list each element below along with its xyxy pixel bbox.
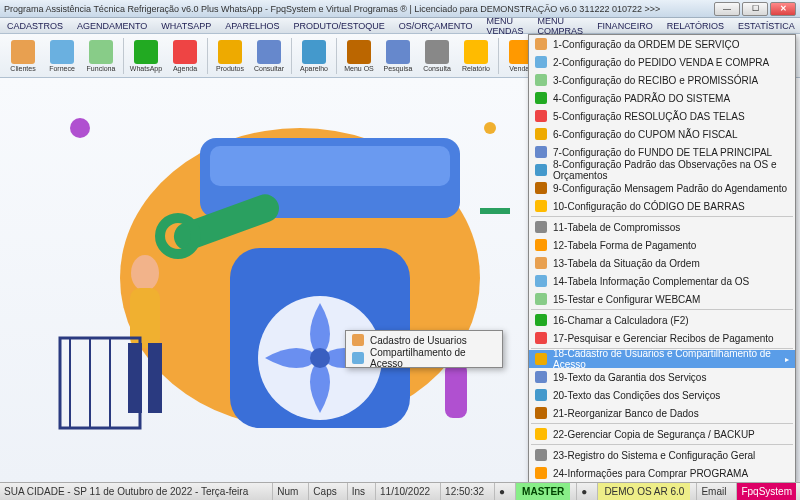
toolbar-menu os[interactable]: Menu OS [340, 36, 378, 76]
minimize-button[interactable]: — [714, 2, 740, 16]
menu-item-icon [535, 110, 547, 122]
dropdown-separator [531, 444, 793, 445]
status-time: 12:50:32 [440, 483, 488, 500]
dropdown-item-5[interactable]: 5-Configuração RESOLUÇÃO DAS TELAS [529, 107, 795, 125]
menu-relatórios[interactable]: RELATÓRIOS [664, 20, 727, 32]
toolbar-produtos[interactable]: Produtos [211, 36, 249, 76]
status-brand[interactable]: FpqSystem [736, 483, 796, 500]
svg-rect-11 [148, 343, 162, 413]
menu-item-icon [535, 92, 547, 104]
produtos-icon [218, 40, 242, 64]
dropdown-item-13[interactable]: 13-Tabela da Situação da Ordem [529, 254, 795, 272]
menu-item-icon [535, 221, 547, 233]
dropdown-item-4[interactable]: 4-Configuração PADRÃO DO SISTEMA [529, 89, 795, 107]
status-num: Num [272, 483, 302, 500]
aparelho-icon [302, 40, 326, 64]
dropdown-item-22[interactable]: 22-Gerenciar Copia de Segurança / BACKUP [529, 425, 795, 443]
menu-os/orçamento[interactable]: OS/ORÇAMENTO [396, 20, 476, 32]
svg-point-19 [484, 122, 496, 134]
dropdown-item-24[interactable]: 24-Informações para Comprar PROGRAMA [529, 464, 795, 482]
toolbar-clientes[interactable]: Clientes [4, 36, 42, 76]
dropdown-item-3[interactable]: 3-Configuração do RECIBO e PROMISSÓRIA [529, 71, 795, 89]
submenu-item-2[interactable]: Compartilhamento de Acesso [346, 349, 502, 367]
dropdown-item-9[interactable]: 9-Configuração Mensagem Padrão do Agenda… [529, 179, 795, 197]
toolbar-separator [207, 38, 208, 74]
menu-financeiro[interactable]: FINANCEIRO [594, 20, 656, 32]
menu-aparelhos[interactable]: APARELHOS [222, 20, 282, 32]
status-master: MASTER [515, 483, 570, 500]
dropdown-item-1[interactable]: 1-Configuração da ORDEM DE SERVIÇO [529, 35, 795, 53]
dropdown-item-12[interactable]: 12-Tabela Forma de Pagamento [529, 236, 795, 254]
toolbar-separator [123, 38, 124, 74]
menu-item-icon [535, 332, 547, 344]
fornece-icon [50, 40, 74, 64]
svg-rect-16 [445, 363, 467, 418]
svg-point-18 [70, 118, 90, 138]
toolbar-pesquisa[interactable]: Pesquisa [379, 36, 417, 76]
menu-item-icon [535, 200, 547, 212]
menu-agendamento[interactable]: AGENDAMENTO [74, 20, 150, 32]
menu-item-icon [535, 389, 547, 401]
svg-point-8 [131, 255, 159, 291]
submenu-item-icon [352, 334, 364, 346]
clientes-icon [11, 40, 35, 64]
dropdown-item-8[interactable]: 8-Configuração Padrão das Observações na… [529, 161, 795, 179]
funciona-icon [89, 40, 113, 64]
menu-item-icon [535, 128, 547, 140]
toolbar-separator [498, 38, 499, 74]
menu-whatsapp[interactable]: WHATSAPP [158, 20, 214, 32]
toolbar-funciona[interactable]: Funciona [82, 36, 120, 76]
background-illustration [50, 78, 530, 458]
submenu-arrow-icon: ▸ [785, 355, 789, 364]
toolbar-agenda[interactable]: Agenda [166, 36, 204, 76]
menu-item-icon [535, 56, 547, 68]
toolbar-fornece[interactable]: Fornece [43, 36, 81, 76]
toolbar-consulta[interactable]: Consulta [418, 36, 456, 76]
close-button[interactable]: ✕ [770, 2, 796, 16]
relatório-icon [464, 40, 488, 64]
dropdown-separator [531, 216, 793, 217]
menu-produto/estoque[interactable]: PRODUTO/ESTOQUE [291, 20, 388, 32]
dropdown-item-11[interactable]: 11-Tabela de Compromissos [529, 218, 795, 236]
dropdown-item-21[interactable]: 21-Reorganizar Banco de Dados [529, 404, 795, 422]
status-email[interactable]: Email [696, 483, 730, 500]
menu-menu vendas[interactable]: MENU VENDAS [484, 15, 527, 37]
dropdown-item-18[interactable]: 18-Cadastro de Usuarios e Compartilhamen… [529, 350, 795, 368]
dropdown-item-2[interactable]: 2-Configuração do PEDIDO VENDA E COMPRA [529, 53, 795, 71]
status-date: 11/10/2022 [375, 483, 434, 500]
menu-item-icon [535, 293, 547, 305]
menu-cadastros[interactable]: CADASTROS [4, 20, 66, 32]
status-date-location: SUA CIDADE - SP 11 de Outubro de 2022 - … [4, 486, 266, 497]
window-buttons: — ☐ ✕ [714, 2, 796, 16]
toolbar-separator [291, 38, 292, 74]
menu-item-icon [535, 449, 547, 461]
menu-item-icon [535, 182, 547, 194]
toolbar-aparelho[interactable]: Aparelho [295, 36, 333, 76]
toolbar-whatsapp[interactable]: WhatsApp [127, 36, 165, 76]
toolbar-consultar[interactable]: Consultar [250, 36, 288, 76]
toolbar-separator [336, 38, 337, 74]
dropdown-item-6[interactable]: 6-Configuração do CUPOM NÃO FISCAL [529, 125, 795, 143]
dropdown-item-23[interactable]: 23-Registro do Sistema e Configuração Ge… [529, 446, 795, 464]
maximize-button[interactable]: ☐ [742, 2, 768, 16]
menubar: CADASTROSAGENDAMENTOWHATSAPPAPARELHOSPRO… [0, 18, 800, 34]
dropdown-item-19[interactable]: 19-Texto da Garantia dos Serviços [529, 368, 795, 386]
menu-estatística[interactable]: ESTATÍSTICA [735, 20, 798, 32]
status-demo: DEMO OS AR 6.0 [597, 483, 690, 500]
menu-item-icon [535, 146, 547, 158]
dropdown-item-20[interactable]: 20-Texto das Condições dos Serviços [529, 386, 795, 404]
dropdown-item-17[interactable]: 17-Pesquisar e Gerenciar Recibos de Paga… [529, 329, 795, 347]
ferramentas-dropdown: 1-Configuração da ORDEM DE SERVIÇO2-Conf… [528, 34, 796, 483]
dropdown-item-14[interactable]: 14-Tabela Informação Complementar da OS [529, 272, 795, 290]
submenu: Cadastro de UsuariosCompartilhamento de … [345, 330, 503, 368]
menu-item-icon [535, 74, 547, 86]
toolbar-relatório[interactable]: Relatório [457, 36, 495, 76]
svg-rect-20 [480, 208, 510, 214]
menu-item-icon [535, 407, 547, 419]
status-led2: ● [576, 483, 591, 500]
dropdown-item-10[interactable]: 10-Configuração do CÓDIGO DE BARRAS [529, 197, 795, 215]
window-title: Programa Assistência Técnica Refrigeraçã… [4, 4, 714, 14]
dropdown-item-15[interactable]: 15-Testar e Configurar WEBCAM [529, 290, 795, 308]
menu-item-icon [535, 371, 547, 383]
dropdown-item-16[interactable]: 16-Chamar a Calculadora (F2) [529, 311, 795, 329]
